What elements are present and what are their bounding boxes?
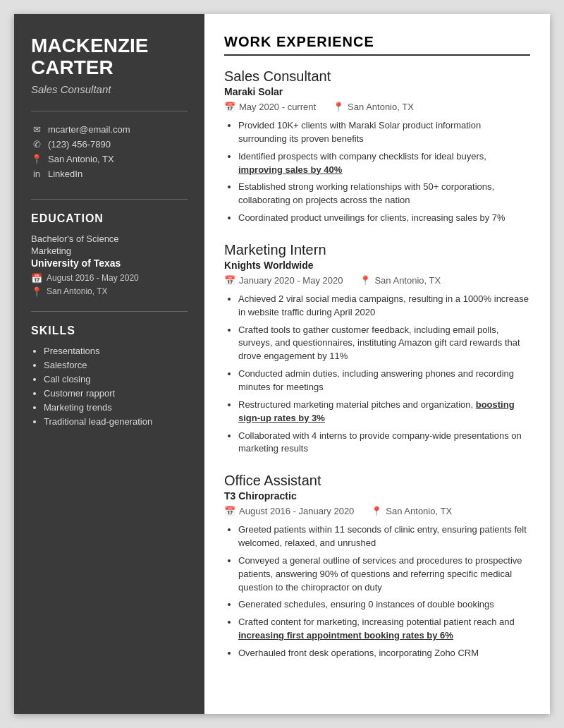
divider-3: [31, 311, 188, 312]
sidebar: MACKENZIE CARTER Sales Consultant ✉ mcar…: [14, 14, 204, 714]
edu-location: 📍 San Antonio, TX: [31, 286, 188, 297]
job-dates-item: 📅 January 2020 - May 2020: [224, 275, 343, 286]
phone-value: (123) 456-7890: [48, 139, 111, 150]
linkedin-link[interactable]: LinkedIn: [48, 169, 82, 179]
education-section-title: EDUCATION: [31, 212, 188, 225]
job-company: Knights Worldwide: [224, 260, 530, 271]
main-content: WORK EXPERIENCE Sales ConsultantMaraki S…: [204, 14, 550, 714]
job-location: San Antonio, TX: [348, 102, 414, 112]
bullet-item: Achieved 2 viral social media campaigns,…: [238, 293, 530, 320]
job-bullets: Achieved 2 viral social media campaigns,…: [224, 293, 530, 456]
skill-item: Traditional lead-generation: [44, 416, 188, 427]
job-title: Office Assistant: [224, 473, 530, 489]
location-icon: 📍: [371, 506, 382, 516]
job-location-item: 📍 San Antonio, TX: [371, 506, 452, 516]
location-item: 📍 San Antonio, TX: [31, 154, 188, 164]
skill-item: Customer rapport: [44, 388, 188, 399]
calendar-icon: 📅: [31, 273, 42, 284]
calendar-icon: 📅: [224, 275, 235, 286]
bullet-item: Overhauled front desk operations, incorp…: [238, 647, 530, 660]
bullet-item: Provided 10K+ clients with Maraki Solar …: [238, 119, 530, 146]
edu-school: University of Texas: [31, 257, 188, 269]
divider-2: [31, 199, 188, 200]
job-meta: 📅 August 2016 - January 2020 📍 San Anton…: [224, 506, 530, 516]
skills-section: SKILLS PresentationsSalesforceCall closi…: [31, 324, 188, 427]
job-dates: May 2020 - current: [239, 102, 316, 112]
job-title: Sales Consultant: [224, 68, 530, 85]
job-company: Maraki Solar: [224, 86, 530, 97]
job-dates: August 2016 - January 2020: [239, 506, 354, 516]
edu-dates: 📅 August 2016 - May 2020: [31, 273, 188, 284]
edu-field: Marketing: [31, 245, 188, 256]
email-value: mcarter@email.com: [48, 124, 130, 135]
edu-location-value: San Antonio, TX: [47, 286, 108, 296]
linkedin-item[interactable]: in LinkedIn: [31, 169, 188, 179]
skills-section-title: SKILLS: [31, 324, 188, 337]
skill-item: Marketing trends: [44, 402, 188, 413]
bullet-item: Greeted patients within 11 seconds of cl…: [238, 523, 530, 550]
job-dates-item: 📅 May 2020 - current: [224, 102, 316, 112]
bullet-item: Conveyed a general outline of services a…: [238, 554, 530, 595]
job-meta: 📅 May 2020 - current 📍 San Antonio, TX: [224, 102, 530, 112]
job-meta: 📅 January 2020 - May 2020 📍 San Antonio,…: [224, 275, 530, 286]
phone-icon: ✆: [31, 139, 42, 150]
bullet-item: Conducted admin duties, including answer…: [238, 368, 530, 394]
edu-degree: Bachelor's of Science: [31, 233, 188, 244]
bullet-item: Collaborated with 4 interns to provide c…: [238, 430, 530, 456]
bullet-item: Coordinated product unveilings for clien…: [238, 212, 530, 225]
job-block: Marketing InternKnights Worldwide 📅 Janu…: [224, 242, 530, 456]
resume-container: MACKENZIE CARTER Sales Consultant ✉ mcar…: [14, 14, 550, 714]
bullet-item: Generated schedules, ensuring 0 instance…: [238, 598, 530, 612]
location-icon: 📍: [360, 275, 371, 286]
bullet-item: Restructured marketing material pitches …: [238, 399, 530, 425]
email-item: ✉ mcarter@email.com: [31, 124, 188, 135]
job-company: T3 Chiropractic: [224, 490, 530, 502]
calendar-icon: 📅: [224, 506, 235, 516]
email-icon: ✉: [31, 124, 42, 135]
skill-item: Presentations: [44, 346, 188, 356]
job-block: Sales ConsultantMaraki Solar 📅 May 2020 …: [224, 68, 530, 225]
job-title: Marketing Intern: [224, 242, 530, 258]
job-location: San Antonio, TX: [386, 506, 452, 516]
skills-list: PresentationsSalesforceCall closingCusto…: [31, 346, 188, 427]
work-experience-title: WORK EXPERIENCE: [224, 34, 530, 56]
calendar-icon: 📅: [224, 102, 235, 112]
edu-location-icon: 📍: [31, 286, 42, 297]
skill-item: Salesforce: [44, 360, 188, 370]
job-dates: January 2020 - May 2020: [239, 275, 343, 286]
bullet-item: Established strong working relationships…: [238, 181, 530, 207]
highlighted-text: improving sales by 40%: [238, 164, 342, 175]
linkedin-icon: in: [31, 169, 42, 179]
location-icon: 📍: [31, 154, 42, 164]
candidate-name: MACKENZIE CARTER: [31, 35, 188, 79]
job-location-item: 📍 San Antonio, TX: [360, 275, 441, 286]
job-bullets: Provided 10K+ clients with Maraki Solar …: [224, 119, 530, 225]
candidate-title: Sales Consultant: [31, 83, 188, 95]
contact-section: ✉ mcarter@email.com ✆ (123) 456-7890 📍 S…: [31, 124, 188, 179]
bullet-item: Crafted tools to gather customer feedbac…: [238, 324, 530, 364]
job-block: Office AssistantT3 Chiropractic 📅 August…: [224, 473, 530, 660]
bullet-item: Identified prospects with company checkl…: [238, 150, 530, 177]
job-location: San Antonio, TX: [374, 275, 441, 286]
location-value: San Antonio, TX: [48, 154, 114, 164]
highlighted-text: increasing first appointment booking rat…: [238, 630, 453, 641]
edu-dates-value: August 2016 - May 2020: [47, 273, 139, 283]
phone-item: ✆ (123) 456-7890: [31, 139, 188, 150]
job-bullets: Greeted patients within 11 seconds of cl…: [224, 523, 530, 660]
jobs-container: Sales ConsultantMaraki Solar 📅 May 2020 …: [224, 68, 530, 660]
bullet-item: Crafted content for marketing, increasin…: [238, 616, 530, 643]
divider-1: [31, 111, 188, 111]
location-icon: 📍: [333, 102, 344, 112]
job-location-item: 📍 San Antonio, TX: [333, 102, 414, 112]
job-dates-item: 📅 August 2016 - January 2020: [224, 506, 354, 516]
highlighted-text: boosting sign-up rates by 3%: [238, 399, 515, 423]
skill-item: Call closing: [44, 374, 188, 384]
